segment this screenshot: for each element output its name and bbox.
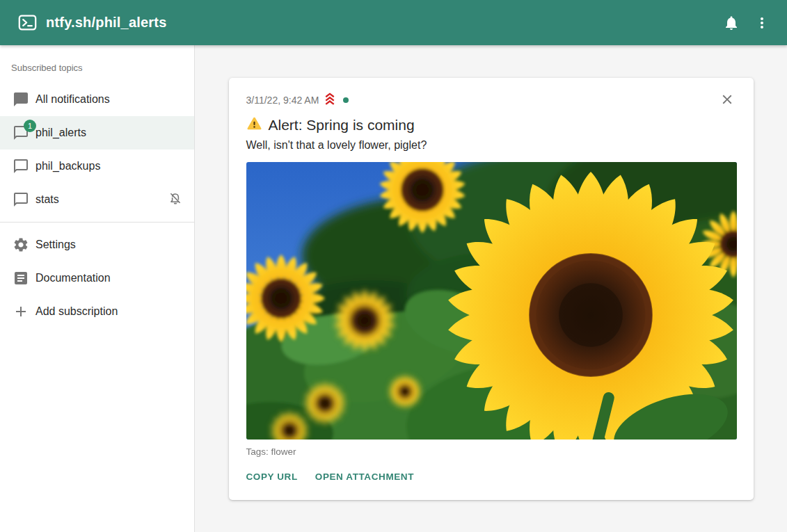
article-icon [13,270,29,287]
sidebar-item-label: phil_backups [35,160,100,172]
sidebar-item-label: Documentation [35,272,111,284]
plus-icon [13,303,29,320]
open-attachment-button[interactable]: OPEN ATTACHMENT [315,466,414,487]
sidebar-item-settings[interactable]: Settings [0,228,194,261]
attachment-image[interactable] [246,162,737,440]
sidebar-item-label: stats [35,193,59,206]
chat-outline-icon [13,158,29,175]
sidebar-item-phil-alerts[interactable]: 1 phil_alerts [0,116,194,150]
copy-url-button[interactable]: COPY URL [246,466,298,487]
chat-outline-icon: 1 [13,124,29,141]
app-bar: ntfy.sh/phil_alerts [0,0,787,45]
warning-icon [246,115,262,135]
notifications-button[interactable] [716,8,747,38]
bell-icon [723,15,740,31]
notification-card: 3/11/22, 9:42 AM [229,78,754,500]
chat-filled-icon [13,91,29,108]
close-icon [720,92,735,109]
unread-dot-icon [343,97,349,103]
notification-timestamp: 3/11/22, 9:42 AM [246,95,319,106]
sidebar-item-phil-backups[interactable]: phil_backups [0,150,194,183]
sidebar-divider [0,222,194,223]
priority-max-icon [322,92,337,109]
app-title: ntfy.sh/phil_alerts [46,15,166,31]
sidebar-item-add-subscription[interactable]: Add subscription [0,295,194,328]
main-content: 3/11/22, 9:42 AM [195,45,787,532]
ntfy-logo-icon [18,13,37,32]
sidebar: Subscribed topics All notifications 1 ph… [0,45,195,532]
sidebar-item-documentation[interactable]: Documentation [0,261,194,295]
notification-title-row: Alert: Spring is coming [246,115,737,135]
more-vert-icon [754,15,770,31]
sidebar-item-all-notifications[interactable]: All notifications [0,83,194,116]
chat-outline-icon [13,191,29,208]
overflow-menu-button[interactable] [747,8,777,38]
notification-title: Alert: Spring is coming [269,117,415,134]
sidebar-item-label: phil_alerts [35,127,86,139]
notifications-muted-icon [168,191,183,209]
sidebar-item-label: All notifications [35,93,110,106]
gear-icon [13,236,29,253]
unread-badge: 1 [24,120,36,132]
notification-tags: Tags: flower [246,446,737,457]
sidebar-item-stats[interactable]: stats [0,183,194,216]
sidebar-item-label: Settings [35,239,76,251]
notification-body: Well, isn't that a lovely flower, piglet… [246,139,737,152]
subscribed-topics-label: Subscribed topics [0,52,194,83]
sidebar-item-label: Add subscription [35,305,118,318]
close-notification-button[interactable] [717,90,737,110]
notification-header: 3/11/22, 9:42 AM [246,90,737,110]
notification-actions: COPY URL OPEN ATTACHMENT [246,466,737,487]
